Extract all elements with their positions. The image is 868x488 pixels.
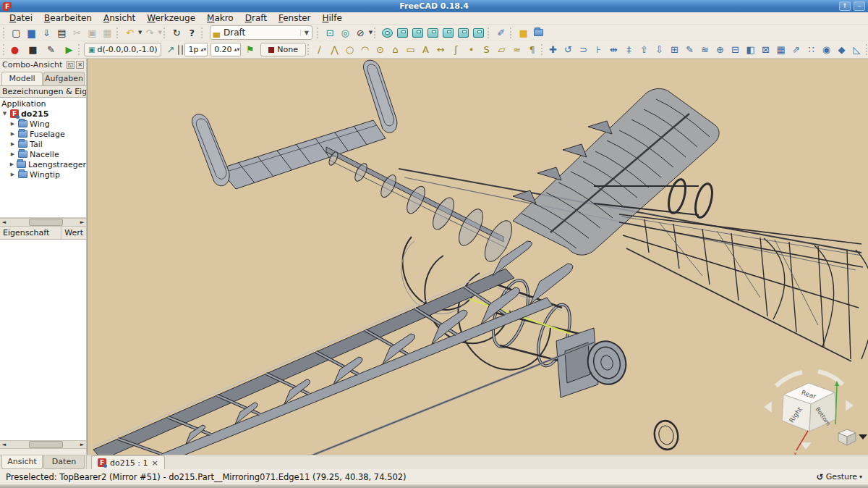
right-view-button[interactable] [425, 26, 441, 40]
draft-mirror-icon[interactable]: ◺ [849, 43, 864, 56]
document-tab-do215[interactable]: F do215 : 1 × [91, 455, 165, 469]
draft-line-icon[interactable]: ∕ [312, 43, 327, 56]
draft-rotate-icon[interactable]: ↺ [561, 43, 576, 56]
text-scale-spinner[interactable]: 0.20 ▲▼ [210, 43, 241, 56]
toolbar-handle[interactable] [116, 28, 119, 38]
draft-polygon-icon[interactable]: ⌂ [388, 43, 403, 56]
menu-item[interactable]: Werkzeuge [142, 12, 200, 24]
draft-edit-icon[interactable]: ✎ [682, 43, 697, 56]
tab-daten[interactable]: Daten [43, 455, 85, 469]
toolbar-handle[interactable] [307, 44, 309, 55]
macro-record-icon[interactable]: ● [7, 43, 22, 56]
spinner-arrows-icon[interactable]: ▲▼ [234, 48, 240, 52]
float-panel-button[interactable]: ◱ [67, 61, 75, 69]
whats-this-icon[interactable]: ? [184, 26, 200, 40]
scroll-left-icon[interactable]: ◄ [0, 219, 8, 225]
chevron-right-icon[interactable]: ▶ [9, 161, 14, 167]
undo-icon[interactable]: ↶ [122, 26, 137, 40]
draft-drawing-icon[interactable]: ◆ [834, 43, 849, 56]
scroll-right-icon[interactable]: ► [78, 219, 86, 225]
toolbar-handle[interactable] [163, 28, 166, 38]
macro-stop-icon[interactable]: ■ [25, 43, 41, 56]
toolbar-handle[interactable] [78, 44, 80, 55]
navigation-style-selector[interactable]: ↺ Gesture ▾ [817, 472, 862, 482]
scroll-left-icon[interactable]: ◄ [0, 442, 8, 447]
zoom-icon[interactable]: ◎ [338, 26, 353, 40]
draft-point-icon[interactable]: • [464, 43, 479, 56]
working-plane-button[interactable]: ▣ d(-0.0,0.0,-1.0) [84, 43, 161, 56]
menu-item[interactable]: Ansicht [98, 12, 140, 24]
scrollbar-thumb[interactable] [29, 441, 63, 448]
draft-shape2dview-icon[interactable]: ◧ [743, 43, 758, 56]
model-right-wing[interactable] [513, 88, 719, 255]
toolbar-handle[interactable] [374, 28, 377, 38]
navcube-menu-caret[interactable] [859, 434, 867, 439]
toolbar-handle[interactable] [3, 44, 4, 55]
spinner-arrows-icon[interactable]: ▲▼ [200, 48, 206, 52]
model-left-wing[interactable] [93, 241, 594, 455]
scrollbar-thumb[interactable] [29, 219, 63, 226]
menu-item[interactable]: Bearbeiten [39, 12, 97, 24]
toolbar-handle[interactable] [201, 28, 204, 38]
menu-item[interactable]: Hilfe [318, 12, 347, 24]
tree-item[interactable]: ▶ Fuselage [1, 129, 86, 139]
chevron-right-icon[interactable]: ▶ [9, 172, 16, 177]
draft-text-icon[interactable]: A [418, 43, 433, 56]
axonometric-view-button[interactable] [380, 26, 395, 40]
draft-bspline-icon[interactable]: ʃ [448, 43, 464, 56]
front-view-button[interactable] [395, 26, 410, 40]
draft-circle-icon[interactable]: ○ [342, 43, 357, 56]
refresh-icon[interactable]: ↻ [169, 26, 184, 40]
top-view-button[interactable] [410, 26, 425, 40]
draft-to-sketch-icon[interactable]: ⊠ [758, 43, 773, 56]
measure-distance-icon[interactable]: ✐ [493, 26, 509, 40]
draft-offset-icon[interactable]: ⊃ [576, 43, 591, 56]
toolbar-handle[interactable] [488, 28, 490, 38]
chevron-right-icon[interactable]: ▶ [9, 141, 16, 147]
draft-wire-to-bspline-icon[interactable]: ≋ [697, 43, 712, 56]
macro-execute-icon[interactable]: ▶ [61, 43, 77, 56]
draft-path-array-icon[interactable]: ⇗ [788, 43, 804, 56]
draft-trimex-icon[interactable]: ⊦ [591, 43, 606, 56]
model-rear-truss[interactable] [619, 214, 868, 361]
line-color-swatch[interactable] [178, 45, 179, 55]
draft-clone-icon[interactable]: ◉ [819, 43, 834, 56]
tree-item[interactable]: ▶ Wingtip [1, 169, 86, 180]
draft-shapestring-icon[interactable]: S [479, 43, 494, 56]
draft-move-icon[interactable]: ✚ [545, 43, 561, 56]
toolbar-handle[interactable] [317, 28, 320, 38]
draft-downgrade-icon[interactable]: ⇩ [652, 43, 667, 56]
macro-edit-icon[interactable]: ✎ [43, 43, 59, 56]
property-horizontal-scrollbar[interactable]: ◄ ► [0, 440, 86, 449]
draft-dimension-icon[interactable]: ↔ [433, 43, 448, 56]
tab-aufgaben[interactable]: Aufgaben [43, 72, 85, 85]
new-document-icon[interactable]: ▢ [9, 26, 24, 40]
copy-icon[interactable]: ▣ [85, 26, 100, 40]
save-icon[interactable]: ⇓ [39, 26, 54, 40]
draft-bezier-icon[interactable]: ≈ [509, 43, 524, 56]
shade-window-button[interactable]: ↑ [839, 1, 851, 11]
toolbar-handle[interactable] [510, 28, 513, 38]
tree-item-do215[interactable]: ▼ F do215 [1, 109, 86, 119]
navigation-cube[interactable]: Rear Right Bottom x [764, 371, 867, 455]
open-document-icon[interactable]: ▆ [24, 26, 39, 40]
draft-add-point-icon[interactable]: ⊕ [712, 43, 728, 56]
navcube-menu-cube[interactable] [838, 429, 856, 445]
print-icon[interactable]: ▤ [54, 26, 69, 40]
navcube-bottom-arrow[interactable] [800, 442, 812, 450]
set-center-icon[interactable]: ↗ [163, 43, 178, 56]
draft-ellipse-icon[interactable]: ⊙ [373, 43, 388, 56]
draft-array-icon[interactable]: ▦ [773, 43, 788, 56]
3d-viewport[interactable]: Rear Right Bottom x [87, 59, 868, 455]
tree-root-application[interactable]: Applikation [1, 98, 86, 109]
close-icon[interactable]: × [151, 458, 158, 468]
draft-split-icon[interactable]: ‡ [621, 43, 637, 56]
model-rear-fuselage[interactable] [326, 147, 517, 266]
draw-style-icon[interactable]: ⊘ [353, 26, 368, 40]
cut-icon[interactable]: ✂ [69, 26, 85, 40]
chevron-right-icon[interactable]: ▶ [9, 151, 16, 157]
tree-item[interactable]: ▶ Nacelle [1, 149, 86, 159]
do215-wireframe-model[interactable] [93, 60, 868, 455]
tree-item[interactable]: ▶ Tail [1, 139, 86, 149]
aircraft-model-canvas[interactable]: Rear Right Bottom x [88, 59, 868, 455]
